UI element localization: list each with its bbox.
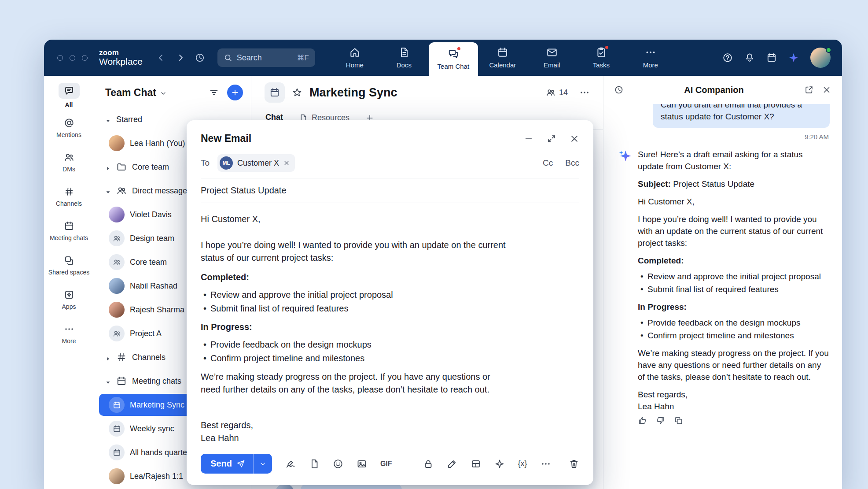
nav-home[interactable]: Home xyxy=(330,40,379,76)
people-icon xyxy=(116,185,127,196)
history-icon[interactable] xyxy=(195,52,205,63)
ai-history-icon[interactable] xyxy=(614,85,624,95)
ai-companion-panel: AI Companion Can you draft an email that… xyxy=(603,76,842,489)
to-label: To xyxy=(201,158,210,168)
nav-tasks[interactable]: Tasks xyxy=(577,40,626,76)
send-button[interactable]: Send xyxy=(201,454,253,474)
rail-item-shared-spaces[interactable]: Shared spaces xyxy=(44,255,94,284)
minimize-icon[interactable] xyxy=(524,134,533,144)
zoom-workplace-logo: zoom Workplace xyxy=(99,49,143,67)
main-navigation: Home Docs Team Chat Calendar xyxy=(330,40,675,76)
edit-icon[interactable] xyxy=(447,459,457,469)
window-minimize-button[interactable] xyxy=(70,55,75,61)
list-item: Confirm project timeline and milestones xyxy=(638,330,830,341)
signature-icon[interactable] xyxy=(285,459,296,469)
ai-closing: We’re making steady progress on the proj… xyxy=(638,347,830,383)
attach-file-icon[interactable] xyxy=(309,459,320,469)
lock-icon[interactable] xyxy=(423,459,434,469)
body-inprogress-heading: In Progress: xyxy=(201,321,507,333)
member-count[interactable]: 14 xyxy=(546,88,568,97)
more-options-icon[interactable] xyxy=(541,459,551,469)
rail-item-all[interactable]: All xyxy=(44,83,94,112)
notifications-icon[interactable] xyxy=(744,52,755,63)
rail-item-channels[interactable]: Channels xyxy=(44,186,94,215)
close-icon[interactable] xyxy=(822,85,831,95)
schedule-icon[interactable] xyxy=(766,52,777,63)
nav-label: Email xyxy=(544,61,560,69)
rail-label: Meeting chats xyxy=(50,234,88,242)
remove-recipient-icon[interactable] xyxy=(283,160,290,166)
chat-more-icon[interactable] xyxy=(579,87,590,98)
avatar xyxy=(109,468,125,484)
window-close-button[interactable] xyxy=(57,55,63,61)
filter-icon[interactable] xyxy=(209,87,219,98)
nav-label: Home xyxy=(346,61,364,69)
avatar xyxy=(109,135,125,151)
nav-team-chat[interactable]: Team Chat xyxy=(429,42,478,76)
nav-email[interactable]: Email xyxy=(527,40,577,76)
expand-chevron-icon[interactable] xyxy=(105,164,111,170)
to-field[interactable]: To ML Customer X Cc Bcc xyxy=(187,151,593,178)
email-body-editor[interactable]: Hi Customer X, I hope you’re doing well!… xyxy=(187,203,521,454)
help-icon[interactable] xyxy=(722,52,733,63)
meeting-chats-icon xyxy=(63,220,75,232)
search-input[interactable]: Search ⌘F xyxy=(217,48,315,67)
recipient-chip[interactable]: ML Customer X xyxy=(217,154,295,172)
expand-chevron-icon[interactable] xyxy=(105,355,111,360)
user-avatar[interactable] xyxy=(810,48,831,68)
group-avatar-icon xyxy=(109,230,125,246)
emoji-icon[interactable] xyxy=(333,459,343,469)
left-rail: All Mentions DMs Channels Meetin xyxy=(44,76,94,489)
variables-icon[interactable]: {x} xyxy=(518,459,527,468)
close-icon[interactable] xyxy=(570,134,579,144)
copy-icon[interactable] xyxy=(674,416,683,425)
subject-field[interactable]: Project Status Update xyxy=(187,178,593,203)
star-icon[interactable] xyxy=(292,87,302,98)
send-options-button[interactable] xyxy=(253,454,272,474)
collapse-chevron-icon[interactable] xyxy=(105,117,111,122)
sparkle-icon[interactable] xyxy=(494,459,505,469)
bcc-button[interactable]: Bcc xyxy=(565,158,579,168)
list-item: Provide feedback on the design mockups xyxy=(201,338,507,351)
unread-dot xyxy=(604,45,609,50)
shared-spaces-icon xyxy=(63,255,75,266)
email-icon xyxy=(546,47,558,58)
rail-item-mentions[interactable]: Mentions xyxy=(44,117,94,146)
list-item: Provide feedback on the design mockups xyxy=(638,317,830,329)
forward-button[interactable] xyxy=(175,52,186,63)
open-in-new-icon[interactable] xyxy=(804,85,814,95)
rail-item-more[interactable]: More xyxy=(44,323,94,352)
thumbs-up-icon[interactable] xyxy=(638,416,647,425)
expand-icon[interactable] xyxy=(547,134,556,144)
cc-button[interactable]: Cc xyxy=(543,158,553,168)
thumbs-down-icon[interactable] xyxy=(656,416,665,425)
gif-icon[interactable]: GIF xyxy=(380,460,392,468)
collapse-chevron-icon[interactable] xyxy=(105,188,111,194)
dms-icon xyxy=(63,152,75,163)
nav-more[interactable]: More xyxy=(626,40,675,76)
window-zoom-button[interactable] xyxy=(82,55,88,61)
rail-item-meeting-chats[interactable]: Meeting chats xyxy=(44,220,94,249)
nav-docs[interactable]: Docs xyxy=(379,40,429,76)
nav-label: Docs xyxy=(397,61,412,69)
template-icon[interactable] xyxy=(471,459,481,469)
nav-label: More xyxy=(643,61,658,69)
collapse-chevron-icon[interactable] xyxy=(105,378,111,384)
ai-companion-icon[interactable] xyxy=(788,52,799,63)
delete-icon[interactable] xyxy=(569,459,579,469)
ai-completed-heading: Completed: xyxy=(638,255,830,267)
ai-user-message: Can you draft an email that provides a s… xyxy=(653,104,830,128)
rail-label: More xyxy=(62,337,76,345)
rail-item-dms[interactable]: DMs xyxy=(44,152,94,181)
image-icon[interactable] xyxy=(357,459,367,469)
search-shortcut: ⌘F xyxy=(297,53,309,63)
back-button[interactable] xyxy=(156,52,166,63)
ai-response: Sure! Here’s a draft email asking for a … xyxy=(618,148,830,412)
rail-item-apps[interactable]: Apps xyxy=(44,289,94,318)
nav-calendar[interactable]: Calendar xyxy=(478,40,527,76)
ai-sparkle-icon xyxy=(618,149,632,163)
rail-label: Channels xyxy=(56,200,82,207)
sidebar-title-dropdown[interactable]: Team Chat xyxy=(105,87,167,99)
new-chat-button[interactable] xyxy=(227,85,243,100)
list-item: Submit final list of required features xyxy=(201,302,507,315)
